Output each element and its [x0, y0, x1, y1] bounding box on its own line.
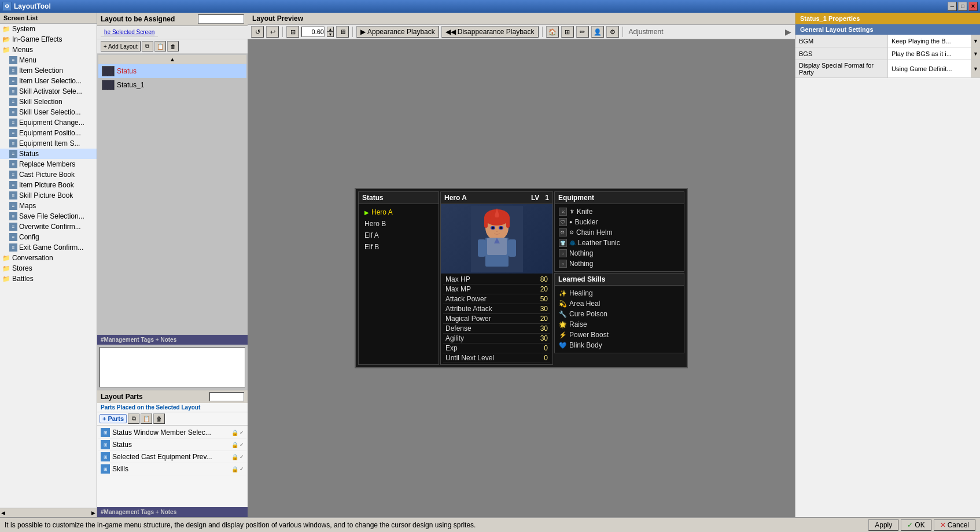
- prop-bgm-dropdown[interactable]: ▼: [971, 35, 980, 47]
- screen-item-maps[interactable]: ≡Maps: [0, 201, 97, 211]
- screen-item-save-file-selection[interactable]: ≡Save File Selection...: [0, 211, 97, 221]
- part-lock-status-window-member[interactable]: 🔒: [231, 430, 238, 436]
- panel-arrow[interactable]: ▶: [785, 27, 791, 36]
- screen-button[interactable]: 🖥: [336, 26, 349, 38]
- part-item-selected-cast-equipment[interactable]: ⊞Selected Cast Equipment Prev...🔒✓: [98, 451, 246, 463]
- screen-item-exit-game-confirm[interactable]: ≡Exit Game Confirm...: [0, 242, 97, 253]
- screen-item-item-selection[interactable]: ≡Item Selection: [0, 65, 97, 76]
- screen-item-item-user-selection[interactable]: ≡Item User Selectio...: [0, 76, 97, 86]
- layout-item-status[interactable]: Status: [98, 64, 246, 78]
- selected-screen-link[interactable]: he Selected Screen: [101, 28, 158, 37]
- preview-panel: Layout Preview ↺ ↩ ⊞ ▲ ▼ 🖥 ▶ Appearance …: [248, 13, 795, 517]
- grid-button[interactable]: ⊞: [561, 26, 574, 38]
- screen-item-icon-equipment-position: ≡: [9, 129, 17, 137]
- screen-group-battles[interactable]: 📁Battles: [0, 274, 97, 284]
- screen-group-stores[interactable]: 📁Stores: [0, 263, 97, 274]
- member-elf-b[interactable]: Elf B: [361, 241, 436, 253]
- scroll-right-arrow[interactable]: ▶: [91, 510, 95, 516]
- part-check-status[interactable]: ✓: [240, 442, 244, 448]
- screen-item-skill-picture-book[interactable]: ≡Skill Picture Book: [0, 190, 97, 201]
- screen-item-label-save-file-selection: Save File Selection...: [19, 212, 84, 220]
- screen-item-equipment-item[interactable]: ≡Equipment Item S...: [0, 138, 97, 149]
- equip-icon-buckler: ●: [569, 219, 572, 225]
- zoom-up-button[interactable]: ▲: [327, 27, 334, 32]
- screen-group-system[interactable]: 📁System: [0, 24, 97, 34]
- pen-button[interactable]: ✏: [576, 26, 589, 38]
- zoom-down-button[interactable]: ▼: [327, 32, 334, 37]
- screen-item-menu[interactable]: ≡Menu: [0, 55, 97, 65]
- delete-part-button[interactable]: 🗑: [153, 413, 165, 424]
- equip-item-nothing-1: ○ Nothing: [557, 248, 681, 258]
- screen-item-equipment-position[interactable]: ≡Equipment Positio...: [0, 128, 97, 138]
- part-check-skills[interactable]: ✓: [240, 466, 244, 472]
- refresh-button[interactable]: ↺: [251, 26, 264, 38]
- part-lock-skills[interactable]: 🔒: [231, 466, 238, 472]
- screen-item-item-picture-book[interactable]: ≡Item Picture Book: [0, 180, 97, 190]
- char-panel: Hero A LV 1: [440, 191, 553, 365]
- disappearance-playback-button[interactable]: ◀◀ Disappearance Playback: [441, 26, 539, 38]
- parts-search-input[interactable]: [209, 392, 244, 401]
- paste-part-button[interactable]: 📋: [141, 413, 152, 424]
- layout-item-status-1[interactable]: Status_1: [98, 78, 246, 92]
- part-check-status-window-member[interactable]: ✓: [240, 430, 244, 435]
- equip-icon-knife: 🗡: [569, 209, 574, 215]
- skill-name-healing: Healing: [569, 289, 593, 297]
- part-item-skills[interactable]: ⊞Skills🔒✓: [98, 463, 246, 475]
- stat-label-magical-power: Magical Power: [445, 315, 491, 323]
- cancel-button[interactable]: ✕ Cancel: [934, 519, 975, 531]
- minimize-button[interactable]: ─: [948, 2, 957, 11]
- ok-button[interactable]: ✓ OK: [901, 519, 931, 531]
- folder-icon: 📁: [2, 254, 10, 262]
- undo-button[interactable]: ↩: [266, 26, 279, 38]
- add-part-button[interactable]: + Parts: [100, 414, 127, 423]
- screen-list-scrollbar[interactable]: ◀ ▶: [0, 508, 97, 517]
- layout-add-toolbar: + Add Layout ⧉ 📋 🗑: [97, 39, 248, 54]
- part-item-status[interactable]: ⊞Status🔒✓: [98, 439, 246, 451]
- equip-name-chain-helm: Chain Helm: [576, 228, 613, 237]
- prop-display-special-dropdown[interactable]: ▼: [971, 60, 980, 77]
- properties-sub-header: General Layout Settings: [795, 24, 980, 35]
- zoom-input[interactable]: [301, 27, 325, 37]
- settings-button[interactable]: ⚙: [606, 26, 619, 38]
- screen-item-config[interactable]: ≡Config: [0, 232, 97, 242]
- char-sprite: [471, 206, 523, 272]
- add-layout-button[interactable]: + Add Layout: [101, 41, 141, 51]
- member-hero-a[interactable]: ▶ Hero A: [361, 206, 436, 218]
- screen-group-conversation[interactable]: 📁Conversation: [0, 253, 97, 263]
- part-lock-status[interactable]: 🔒: [231, 442, 238, 448]
- layout-scroll-up[interactable]: ▲: [98, 55, 246, 64]
- paste-layout-button[interactable]: 📋: [154, 41, 166, 51]
- screen-item-replace-members[interactable]: ≡Replace Members: [0, 159, 97, 169]
- apply-button[interactable]: Apply: [868, 519, 898, 531]
- screen-item-equipment-change[interactable]: ≡Equipment Change...: [0, 117, 97, 128]
- part-check-selected-cast-equipment[interactable]: ✓: [240, 454, 244, 460]
- appearance-playback-button[interactable]: ▶ Appearance Playback: [356, 26, 439, 38]
- prop-bgs-dropdown[interactable]: ▼: [971, 47, 980, 60]
- part-lock-selected-cast-equipment[interactable]: 🔒: [231, 454, 238, 460]
- maximize-button[interactable]: □: [958, 2, 967, 11]
- screen-item-overwrite-confirm[interactable]: ≡Overwrite Confirm...: [0, 221, 97, 232]
- home-button[interactable]: 🏠: [546, 26, 559, 38]
- screen-item-cast-picture-book[interactable]: ≡Cast Picture Book: [0, 169, 97, 180]
- zoom-spinner: ▲ ▼: [327, 27, 334, 37]
- member-hero-b[interactable]: Hero B: [361, 218, 436, 230]
- screen-item-status[interactable]: ≡Status: [0, 149, 97, 159]
- copy-layout-button[interactable]: ⧉: [142, 41, 153, 51]
- screen-item-skill-user-selection[interactable]: ≡Skill User Selectio...: [0, 107, 97, 117]
- layout-notes-input[interactable]: [100, 347, 245, 387]
- screen-group-in-game-effects[interactable]: 📂In-Game Effects: [0, 34, 97, 45]
- scroll-left-arrow[interactable]: ◀: [1, 510, 5, 516]
- user-button[interactable]: 👤: [591, 26, 604, 38]
- screen-item-skill-selection[interactable]: ≡Skill Selection: [0, 97, 97, 107]
- equip-slot-armor: 👕: [559, 239, 567, 247]
- close-button[interactable]: ✕: [968, 2, 978, 11]
- resize-button[interactable]: ⊞: [286, 26, 299, 38]
- screen-group-menus[interactable]: 📁Menus: [0, 45, 97, 55]
- layout-search-input[interactable]: [198, 14, 244, 24]
- screen-item-skill-activator[interactable]: ≡Skill Activator Sele...: [0, 86, 97, 97]
- delete-layout-button[interactable]: 🗑: [167, 41, 179, 51]
- prop-value-bgs: Play the BGS as it i...: [888, 47, 971, 60]
- part-item-status-window-member[interactable]: ⊞Status Window Member Selec...🔒✓: [98, 427, 246, 439]
- member-elf-a[interactable]: Elf A: [361, 230, 436, 241]
- copy-part-button[interactable]: ⧉: [128, 413, 139, 424]
